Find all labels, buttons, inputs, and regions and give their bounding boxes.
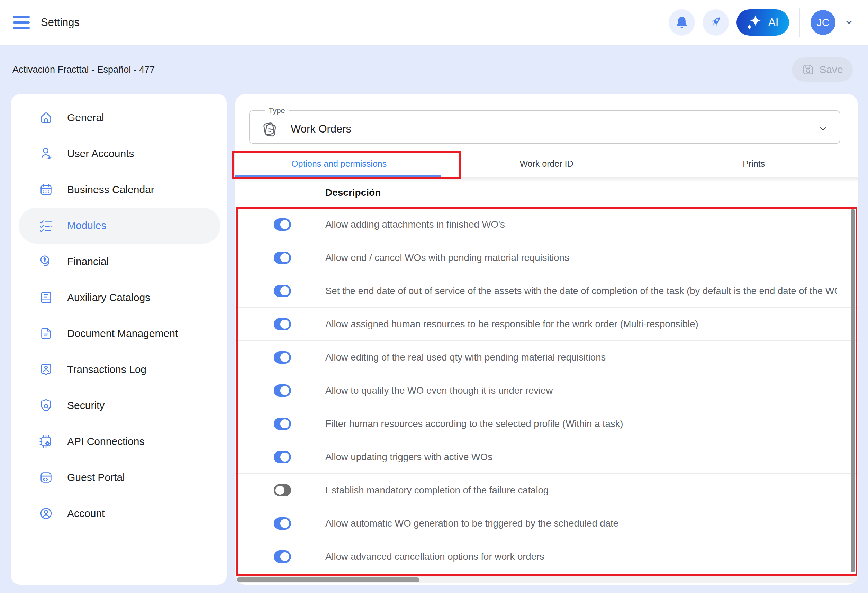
sidebar-item-label: User Accounts: [67, 148, 134, 159]
header-actions: AI JC: [669, 8, 854, 37]
permission-label: Allow end / cancel WOs with pending mate…: [325, 252, 837, 263]
ai-button-label: AI: [768, 16, 778, 29]
permission-label: Allow adding attachments in finished WO'…: [325, 219, 837, 230]
settings-tabs: Options and permissions Work order ID Pr…: [235, 150, 858, 177]
work-order-type-icon: [260, 120, 279, 139]
permission-row: Establish mandatory completion of the fa…: [235, 473, 858, 506]
permission-row: Allow automatic WO generation to be trig…: [235, 506, 858, 540]
menu-hamburger-icon[interactable]: [13, 16, 30, 29]
ai-assistant-button[interactable]: AI: [737, 9, 789, 35]
toggle-switch-on[interactable]: [274, 517, 291, 530]
permission-row: Allow advanced cancellation options for …: [235, 540, 858, 573]
dollar-coin-icon: [38, 254, 54, 270]
permission-row: Set the end date of out of service of th…: [235, 274, 858, 307]
permission-row: Allow adding attachments in finished WO'…: [235, 208, 858, 241]
chevron-down-icon: [844, 17, 854, 28]
person-circle-icon: [38, 506, 54, 521]
sidebar-item-guest-portal[interactable]: Guest Portal: [19, 459, 220, 496]
vertical-scrollbar[interactable]: [851, 209, 855, 572]
chip-gear-icon: [38, 434, 54, 450]
page-title: Settings: [41, 16, 80, 29]
permission-label: Allow editing of the real used qty with …: [325, 352, 837, 363]
tab-work-order-id[interactable]: Work order ID: [443, 150, 650, 177]
permission-label: Filter human resources according to the …: [325, 418, 837, 429]
account-menu-button[interactable]: [844, 17, 854, 28]
toggle-switch-on[interactable]: [274, 285, 291, 297]
sidebar-item-label: Modules: [67, 220, 106, 232]
sidebar-item-business-calendar[interactable]: Business Calendar: [19, 172, 220, 208]
person-badge-icon: [38, 361, 54, 378]
header-divider: [800, 8, 800, 37]
sidebar-item-label: Auxiliary Catalogs: [67, 292, 150, 304]
sidebar-item-account[interactable]: Account: [19, 496, 220, 531]
book-icon: [38, 289, 54, 305]
browser-code-icon: [38, 469, 54, 485]
toggle-switch-on[interactable]: [274, 417, 291, 430]
horizontal-scrollbar-track[interactable]: [235, 577, 858, 583]
notifications-button[interactable]: [669, 9, 695, 35]
sidebar-item-auxiliary-catalogs[interactable]: Auxiliary Catalogs: [19, 280, 220, 316]
toggle-switch-on[interactable]: [274, 550, 291, 563]
toggle-switch-on[interactable]: [274, 451, 291, 463]
permission-row: Filter human resources according to the …: [235, 407, 858, 440]
whats-new-button[interactable]: [703, 9, 729, 35]
sidebar-item-financial[interactable]: Financial: [19, 243, 220, 280]
permission-label: Allow advanced cancellation options for …: [325, 551, 837, 562]
toggle-switch-on[interactable]: [274, 351, 291, 364]
sidebar-item-label: General: [67, 112, 104, 124]
sidebar-item-transactions-log[interactable]: Transactions Log: [19, 351, 220, 388]
sidebar-item-modules[interactable]: Modules: [19, 208, 220, 243]
save-icon: [802, 63, 815, 76]
rocket-icon: [708, 15, 723, 30]
toggle-switch-on[interactable]: [274, 318, 291, 330]
sidebar-item-label: Account: [67, 507, 105, 519]
type-field-wrap: Type Work Orders: [235, 94, 858, 143]
permission-row: Allow to qualify the WO even though it i…: [235, 374, 858, 407]
sidebar-item-label: Guest Portal: [67, 472, 125, 483]
tab-options-and-permissions[interactable]: Options and permissions: [235, 150, 443, 177]
tab-prints[interactable]: Prints: [650, 150, 858, 177]
sparkle-icon: [745, 13, 764, 32]
settings-sidebar: General User Accounts Business Calendar …: [11, 94, 227, 585]
calendar-icon: [38, 181, 54, 198]
sidebar-item-user-accounts[interactable]: User Accounts: [19, 136, 220, 172]
module-settings-panel: Type Work Orders Options and permissions…: [235, 94, 858, 585]
table-header: Descripción: [235, 177, 858, 208]
home-icon: [38, 110, 54, 125]
sidebar-item-label: API Connections: [67, 435, 144, 447]
permission-label: Establish mandatory completion of the fa…: [325, 485, 837, 496]
app-header: Settings AI: [0, 0, 868, 45]
sidebar-item-security[interactable]: Security: [19, 388, 220, 423]
description-column-header: Descripción: [325, 187, 381, 198]
permission-row: Allow editing of the real used qty with …: [235, 341, 858, 374]
permission-row: Allow assigned human resources to be res…: [235, 307, 858, 341]
toggle-switch-on[interactable]: [274, 218, 291, 231]
sidebar-item-label: Financial: [67, 256, 109, 267]
toggle-switch-on[interactable]: [274, 252, 291, 264]
toggle-switch-on[interactable]: [274, 384, 291, 397]
permission-label: Allow updating triggers with active WOs: [325, 451, 837, 463]
horizontal-scrollbar-thumb[interactable]: [237, 577, 419, 582]
sidebar-item-api-connections[interactable]: API Connections: [19, 423, 220, 459]
type-field-label: Type: [265, 106, 289, 115]
user-avatar[interactable]: JC: [810, 10, 836, 35]
toolbar: Activación Fracttal - Español - 477 Save: [0, 45, 868, 94]
permission-label: Allow automatic WO generation to be trig…: [325, 518, 837, 529]
sidebar-item-label: Document Management: [67, 327, 178, 339]
sidebar-item-general[interactable]: General: [19, 100, 220, 136]
shield-icon: [38, 398, 54, 413]
checklist-icon: [38, 218, 54, 233]
sidebar-item-document-management[interactable]: Document Management: [19, 316, 220, 351]
breadcrumb: Activación Fracttal - Español - 477: [12, 64, 155, 75]
permission-label: Allow to qualify the WO even though it i…: [325, 385, 837, 396]
type-field-value: Work Orders: [291, 123, 351, 135]
save-button[interactable]: Save: [792, 58, 853, 82]
sidebar-item-label: Business Calendar: [67, 184, 154, 195]
chevron-down-icon: [817, 123, 829, 135]
permissions-list: Allow adding attachments in finished WO'…: [235, 208, 858, 573]
permission-row: Allow end / cancel WOs with pending mate…: [235, 241, 858, 274]
type-select[interactable]: Type Work Orders: [249, 106, 840, 143]
toggle-switch-off[interactable]: [274, 484, 291, 497]
user-add-icon: [38, 146, 54, 162]
permission-row: Allow updating triggers with active WOs: [235, 440, 858, 473]
